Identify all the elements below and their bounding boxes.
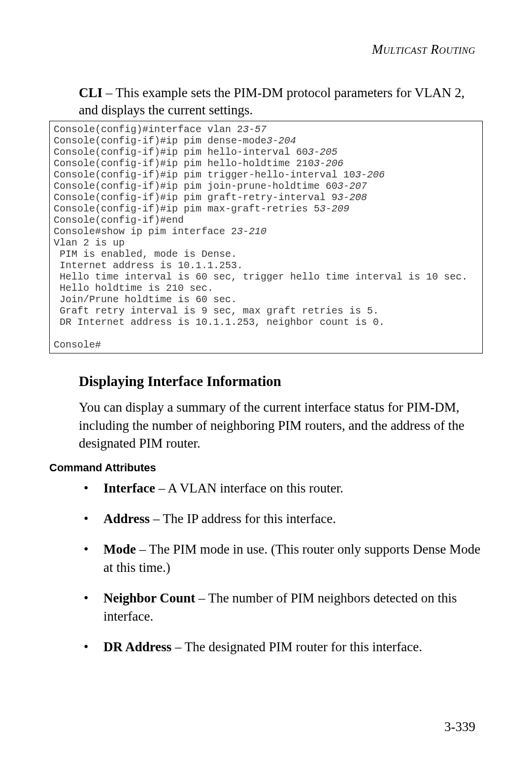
code-line: Internet address is 10.1.1.253. xyxy=(54,260,243,271)
cli-output-box: Console(config)#interface vlan 23-57 Con… xyxy=(49,121,483,353)
code-line: Console(config-if)#ip pim max-graft-retr… xyxy=(54,203,320,214)
code-line: Console(config-if)#ip pim dense-mode xyxy=(54,135,266,146)
code-line: Console(config-if)#ip pim hello-holdtime… xyxy=(54,158,314,169)
code-ref: 3-210 xyxy=(237,226,266,237)
section-title: Displaying Interface Information xyxy=(79,373,483,389)
code-line: Vlan 2 is up xyxy=(54,237,125,248)
code-line: Console(config)#interface vlan 2 xyxy=(54,124,243,135)
page-number: 3-339 xyxy=(444,719,475,735)
code-ref: 3-206 xyxy=(314,158,343,169)
code-line: Console#show ip pim interface 2 xyxy=(54,226,237,237)
list-item: Interface – A VLAN interface on this rou… xyxy=(79,479,483,497)
code-line: Graft retry interval is 9 sec, max graft… xyxy=(54,305,379,317)
attr-term: Neighbor Count xyxy=(103,591,195,605)
code-line: Hello holdtime is 210 sec. xyxy=(54,282,213,294)
attr-desc: – The designated PIM router for this int… xyxy=(171,639,422,654)
attr-term: Mode xyxy=(103,542,136,557)
code-ref: 3-206 xyxy=(355,169,385,180)
attr-term: DR Address xyxy=(103,639,171,654)
list-item: Address – The IP address for this interf… xyxy=(79,510,483,528)
attr-term: Address xyxy=(103,511,150,526)
intro-cli-label: CLI xyxy=(79,85,102,100)
list-item: DR Address – The designated PIM router f… xyxy=(79,638,483,656)
code-ref: 3-205 xyxy=(308,146,337,158)
section-body: You can display a summary of the current… xyxy=(79,398,483,452)
code-line: Console# xyxy=(54,339,101,351)
code-line: Join/Prune holdtime is 60 sec. xyxy=(54,294,237,305)
code-line: Console(config-if)#ip pim hello-interval… xyxy=(54,146,308,158)
code-line: Console(config-if)#ip pim trigger-hello-… xyxy=(54,169,355,180)
code-ref: 3-209 xyxy=(320,203,349,214)
code-line: PIM is enabled, mode is Dense. xyxy=(54,248,237,260)
list-item: Mode – The PIM mode in use. (This router… xyxy=(79,540,483,576)
intro-paragraph: CLI – This example sets the PIM-DM proto… xyxy=(79,84,483,119)
code-line: Console(config-if)#end xyxy=(54,214,184,226)
code-line: Console(config-if)#ip pim graft-retry-in… xyxy=(54,192,337,203)
attribute-list: Interface – A VLAN interface on this rou… xyxy=(79,479,483,656)
list-item: Neighbor Count – The number of PIM neigh… xyxy=(79,589,483,625)
code-ref: 3-57 xyxy=(243,124,266,135)
code-line: Hello time interval is 60 sec, trigger h… xyxy=(54,271,467,282)
page-header: Multicast Routing xyxy=(49,42,475,57)
code-line: Console(config-if)#ip pim join-prune-hol… xyxy=(54,180,337,192)
code-ref: 3-204 xyxy=(266,135,296,146)
code-ref: 3-208 xyxy=(337,192,367,203)
code-line: DR Internet address is 10.1.1.253, neigh… xyxy=(54,317,385,328)
page: Multicast Routing CLI – This example set… xyxy=(0,0,532,774)
intro-text: – This example sets the PIM-DM protocol … xyxy=(79,85,465,117)
attr-term: Interface xyxy=(103,481,155,495)
code-ref: 3-207 xyxy=(337,180,367,192)
attr-desc: – A VLAN interface on this router. xyxy=(155,481,343,495)
attr-desc: – The PIM mode in use. (This router only… xyxy=(103,542,480,574)
command-attributes-header: Command Attributes xyxy=(49,461,483,474)
attr-desc: – The IP address for this interface. xyxy=(150,511,336,526)
